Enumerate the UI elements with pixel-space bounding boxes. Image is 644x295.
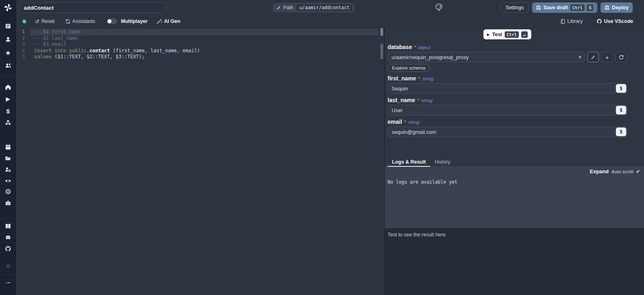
sidebar-item-folders[interactable]	[0, 154, 16, 163]
code-line[interactable]: 4insert into public.contact (first_name,…	[16, 48, 384, 54]
wand-icon	[157, 18, 162, 24]
sidebar-item-favorites[interactable]: ★	[0, 48, 16, 57]
field-name: last_name	[388, 97, 415, 103]
editor-minimap[interactable]	[380, 27, 383, 295]
clear-icon[interactable]: ×	[578, 53, 582, 61]
kbd-ctrl: Ctrl	[570, 4, 584, 11]
line-number: 5	[16, 54, 25, 60]
undo-icon: ↺	[35, 18, 39, 25]
sun-icon: ☼	[5, 262, 11, 269]
play-icon: ▶	[6, 96, 10, 102]
code-editor[interactable]: 1-- $1 first_name2-- $2 last_name3-- $3 …	[16, 27, 384, 295]
insert-variable-button[interactable]: $	[616, 106, 626, 115]
logs-pane: Expand Auto scroll ✔ No logs are availab…	[385, 167, 644, 228]
tab-history[interactable]: History	[430, 158, 455, 166]
result-placeholder: Test to see the result here	[388, 232, 641, 238]
email-input-wrap: $	[388, 127, 627, 137]
play-icon: ▶	[487, 33, 490, 37]
sidebar-item-schedules[interactable]	[0, 143, 16, 152]
star-icon: ★	[5, 49, 11, 57]
required-asterisk: *	[404, 119, 406, 125]
sidebar-item-ai[interactable]	[0, 199, 16, 207]
reset-button[interactable]: ↺ Reset	[35, 18, 55, 25]
last-name-input-wrap: $	[388, 105, 627, 115]
ai-gen-button[interactable]: AI Gen	[157, 18, 180, 24]
expand-button[interactable]: Expand	[590, 168, 609, 174]
result-pane: Test to see the result here	[385, 228, 644, 295]
code-line[interactable]: 1-- $1 first_name	[16, 29, 384, 35]
sidebar-divider	[0, 76, 16, 77]
path-badge[interactable]: Path u/aamir/addcontact	[273, 3, 354, 12]
postgresql-icon	[435, 3, 443, 13]
assistants-label: Assistants	[72, 18, 95, 24]
sidebar: ★ ▶ $ ⚙ ☼ →	[0, 0, 16, 295]
last-name-input[interactable]	[388, 105, 627, 115]
edit-resource-button[interactable]	[587, 52, 599, 62]
tab-logs-result[interactable]: Logs & Result	[388, 158, 430, 166]
sidebar-item-scripts[interactable]	[0, 22, 16, 31]
path-value[interactable]: u/aamir/addcontact	[296, 4, 353, 12]
sidebar-divider	[0, 274, 16, 275]
sidebar-item-groups[interactable]	[0, 61, 16, 70]
deploy-button[interactable]: Deploy	[601, 2, 633, 13]
insert-variable-button[interactable]: $	[616, 84, 626, 93]
script-title-input[interactable]	[19, 2, 166, 13]
email-field-label: email* string	[388, 119, 627, 125]
sidebar-item-home[interactable]	[0, 83, 16, 92]
plus-icon: +	[605, 54, 609, 61]
dollar-icon: $	[6, 108, 10, 115]
explore-schema-button[interactable]: Explore schema	[388, 64, 429, 72]
discord-icon	[5, 234, 11, 241]
use-vscode-button[interactable]: Use VScode	[597, 18, 633, 24]
line-number: 3	[16, 41, 25, 48]
explore-schema-label: Explore schema	[392, 66, 425, 70]
refresh-resource-button[interactable]	[615, 52, 627, 62]
pencil-icon	[277, 6, 281, 10]
gear-icon: ⚙	[5, 187, 11, 196]
multiplayer-toggle[interactable]	[107, 18, 117, 24]
code-line[interactable]: 2-- $2 last_name	[16, 35, 384, 42]
first-name-input[interactable]	[388, 83, 627, 94]
sidebar-item-theme[interactable]: ☼	[0, 261, 16, 270]
code-line[interactable]: 3-- $3 email	[16, 41, 384, 48]
add-resource-button[interactable]: +	[601, 52, 613, 62]
sidebar-item-github[interactable]	[0, 244, 16, 253]
windmill-logo-icon[interactable]	[0, 3, 16, 12]
library-button[interactable]: Library	[560, 18, 583, 24]
field-type: string	[408, 120, 419, 125]
minimap-slider[interactable]	[380, 44, 383, 59]
sidebar-item-runs[interactable]: ▶	[0, 94, 16, 103]
library-book-icon	[560, 19, 566, 24]
sidebar-item-workers[interactable]	[0, 165, 16, 174]
insert-variable-button[interactable]: $	[616, 127, 626, 136]
tab-logs-label: Logs & Result	[392, 159, 426, 165]
sidebar-item-settings[interactable]: ⚙	[0, 187, 16, 196]
sidebar-item-discord[interactable]	[0, 233, 16, 242]
pencil-icon	[590, 55, 596, 60]
user-icon	[5, 36, 11, 43]
vscode-icon	[597, 18, 602, 24]
sidebar-item-user[interactable]	[0, 35, 16, 44]
sidebar-item-audit-logs[interactable]	[0, 176, 16, 185]
editor-lines: 1-- $1 first_name2-- $2 last_name3-- $3 …	[16, 29, 384, 60]
github-icon	[5, 246, 11, 252]
sidebar-collapse-button[interactable]: →	[0, 277, 16, 286]
email-input[interactable]	[388, 127, 627, 137]
assistants-button[interactable]: Assistants	[65, 18, 95, 24]
cluster-icon	[5, 119, 11, 126]
database-input[interactable]	[388, 52, 585, 62]
settings-button[interactable]: Settings	[500, 2, 529, 13]
code-line[interactable]: 5values ($1::TEXT, $2::TEXT, $3::TEXT);	[16, 54, 384, 60]
save-draft-label: Save draft	[543, 5, 568, 10]
sidebar-item-resources[interactable]	[0, 118, 16, 127]
test-button[interactable]: ▶ Test Ctrl ↵	[483, 29, 531, 39]
autoscroll-label[interactable]: Auto scroll	[611, 169, 633, 174]
no-logs-message: No logs are available yet	[388, 179, 457, 185]
robot-icon	[5, 200, 11, 206]
topbar: Path u/aamir/addcontact Settings Save dr…	[16, 0, 644, 15]
save-draft-button[interactable]: Save draft Ctrl S	[532, 2, 597, 13]
right-panel: ▶ Test Ctrl ↵ database* object × +	[385, 27, 644, 295]
check-icon[interactable]: ✔	[636, 169, 640, 174]
sidebar-item-variables[interactable]: $	[0, 107, 16, 115]
sidebar-item-docs[interactable]	[0, 222, 16, 231]
